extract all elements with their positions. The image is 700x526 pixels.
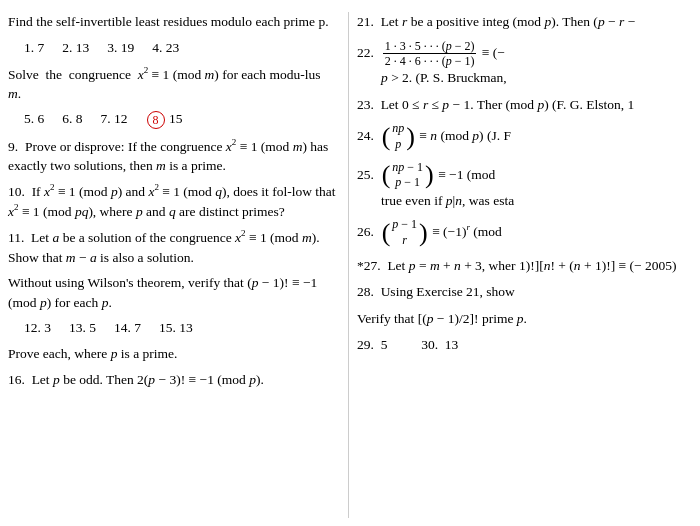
binom-25-lparen: ( <box>382 162 391 188</box>
problem-26: 26. ( p − 1 r ) ≡ (−1)r (mod <box>357 217 692 248</box>
binom-26-inner: p − 1 r <box>390 217 419 248</box>
circled-8: 8 <box>147 111 165 129</box>
binom-26-bot: r <box>402 233 407 249</box>
star-27: * <box>357 258 364 273</box>
math-m: m <box>205 66 215 81</box>
math-m2: m <box>8 86 18 101</box>
binom-25: ( np − 1 p − 1 ) <box>382 160 434 191</box>
binom-26-rparen: ) <box>419 220 428 246</box>
right-column: 21. Let r be a positive integ (mod p). T… <box>348 12 692 518</box>
problem-solve: Solve the congruence x2 ≡ 1 (mod m) for … <box>8 64 336 104</box>
binom-25-rparen: ) <box>425 162 434 188</box>
problem-9: 9. Prove or disprove: If the congruence … <box>8 136 336 176</box>
list2-item-7: 7. 12 <box>101 109 128 129</box>
list1-item-4: 4. 23 <box>152 38 179 58</box>
binom-24-rparen: ) <box>406 124 415 150</box>
problem-22b: p > 2. (P. S. Bruckman, <box>381 70 507 85</box>
list-2: 5. 6 6. 8 7. 12 8 15 <box>24 109 336 129</box>
problem-wilson: Without using Wilson's theorem, verify t… <box>8 273 336 312</box>
binom-24-bot: p <box>395 137 401 153</box>
page: Find the self-invertible least residues … <box>0 0 700 526</box>
problem-27: *27. Let p = m + n + 3, wher 1)!][n! + (… <box>357 256 692 276</box>
problem-find: Find the self-invertible least residues … <box>8 12 336 32</box>
problem-23: 23. Let 0 ≤ r ≤ p − 1. Ther (mod p) (F. … <box>357 95 692 115</box>
binom-24-top: np <box>392 121 404 137</box>
problem-28: 28. Using Exercise 21, show <box>357 282 692 302</box>
problem-25: 25. ( np − 1 p − 1 ) ≡ −1 (mod true even… <box>357 160 692 211</box>
binom-24-inner: np p <box>390 121 406 152</box>
problem-21: 21. Let r be a positive integ (mod p). T… <box>357 12 692 32</box>
problem-16: 16. Let p be odd. Then 2(p − 3)! ≡ −1 (m… <box>8 370 336 390</box>
frac-22-den: 2 · 4 · 6 · · · (p − 1) <box>383 54 477 68</box>
binom-26: ( p − 1 r ) <box>382 217 428 248</box>
list1-item-3: 3. 19 <box>107 38 134 58</box>
binom-26-top: p − 1 <box>392 217 417 233</box>
list3-item-12: 12. 3 <box>24 318 51 338</box>
list2-item-5: 5. 6 <box>24 109 44 129</box>
problem-22: 22. 1 · 3 · 5 · · · (p − 2) 2 · 4 · 6 · … <box>357 39 692 88</box>
problem-29-30: 29. 5 30. 13 <box>357 335 692 355</box>
fraction-22: 1 · 3 · 5 · · · (p − 2) 2 · 4 · 6 · · · … <box>383 39 477 69</box>
problem-verify: Verify that [(p − 1)/2]! prime p. <box>357 309 692 329</box>
left-column: Find the self-invertible least residues … <box>8 12 348 518</box>
binom-24: ( np p ) <box>382 121 415 152</box>
list-3: 12. 3 13. 5 14. 7 15. 13 <box>24 318 336 338</box>
list2-item-6: 6. 8 <box>62 109 82 129</box>
problem-24: 24. ( np p ) ≡ n (mod p) (J. F <box>357 121 692 152</box>
binom-25-inner: np − 1 p − 1 <box>390 160 425 191</box>
frac-22-num: 1 · 3 · 5 · · · (p − 2) <box>383 39 477 54</box>
binom-25-bot: p − 1 <box>395 175 420 191</box>
list3-item-13: 13. 5 <box>69 318 96 338</box>
list3-item-14: 14. 7 <box>114 318 141 338</box>
problem-11: 11. Let a be a solution of the congruenc… <box>8 227 336 267</box>
list-1: 1. 7 2. 13 3. 19 4. 23 <box>24 38 336 58</box>
binom-24-lparen: ( <box>382 124 391 150</box>
list2-item-8: 8 15 <box>146 109 183 129</box>
list3-item-15: 15. 13 <box>159 318 193 338</box>
problem-find-text: Find the self-invertible least residues … <box>8 14 329 29</box>
list1-item-2: 2. 13 <box>62 38 89 58</box>
list1-item-1: 1. 7 <box>24 38 44 58</box>
problem-25b: true even if p|n, was esta <box>381 193 514 208</box>
binom-25-top: np − 1 <box>392 160 423 176</box>
binom-26-lparen: ( <box>382 220 391 246</box>
problem-10: 10. If x2 ≡ 1 (mod p) and x2 ≡ 1 (mod q)… <box>8 181 336 221</box>
problem-prove-each: Prove each, where p is a prime. <box>8 344 336 364</box>
